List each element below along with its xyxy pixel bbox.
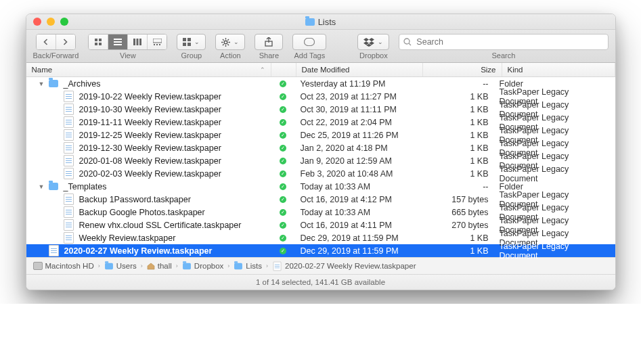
size-cell: 1 KB [421, 169, 494, 179]
action-label: Action [220, 51, 241, 60]
dropbox-group: ⌄ Dropbox [357, 34, 389, 60]
file-name: 2020-02-03 Weekly Review.taskpaper [79, 169, 221, 179]
file-row[interactable]: 2020-02-03 Weekly Review.taskpaperFeb 3,… [26, 167, 615, 180]
close-button[interactable] [33, 18, 41, 26]
date-cell: Oct 16, 2019 at 4:12 PM [295, 195, 421, 204]
sync-cell [271, 209, 295, 216]
svg-rect-10 [153, 39, 162, 43]
svg-rect-2 [95, 43, 97, 45]
dropbox-button[interactable]: ⌄ [357, 34, 389, 50]
view-list-button[interactable] [108, 35, 128, 49]
disclosure-triangle-icon[interactable]: ▼ [39, 183, 45, 190]
file-name: _Templates [64, 182, 107, 191]
svg-rect-8 [137, 39, 139, 45]
sync-ok-icon [280, 248, 286, 254]
status-bar: 1 of 14 selected, 141.41 GB available [26, 274, 615, 290]
sync-cell [271, 119, 295, 126]
sync-ok-icon [280, 93, 286, 100]
file-name: 2020-02-27 Weekly Review.taskpaper [64, 246, 213, 256]
column-header: Name ⌃ Date Modified Size Kind [26, 63, 615, 77]
view-columns-button[interactable] [128, 35, 148, 49]
sync-ok-icon [280, 81, 286, 87]
date-cell: Dec 25, 2019 at 11:26 PM [295, 131, 421, 140]
path-item[interactable]: 2020-02-27 Weekly Review.taskpaper [272, 260, 416, 272]
column-kind-label: Kind [508, 66, 523, 74]
kind-cell: TaskPaper Legacy Document [494, 242, 615, 260]
back-button[interactable] [37, 35, 56, 49]
disclosure-triangle-icon[interactable]: ▼ [39, 81, 45, 87]
file-name: Backup Google Photos.taskpaper [79, 208, 205, 217]
date-cell: Today at 10:33 AM [295, 182, 421, 191]
name-cell: Weekly Review.taskpaper [26, 232, 271, 244]
group-button[interactable]: ⌄ [177, 34, 206, 50]
document-icon [64, 219, 74, 231]
column-date[interactable]: Date Modified [296, 63, 423, 76]
name-cell: ▼_Archives [26, 79, 271, 89]
size-cell: -- [421, 79, 494, 89]
size-cell: 1 KB [421, 246, 494, 256]
view-icons-button[interactable] [89, 35, 108, 49]
size-cell: 1 KB [421, 143, 494, 153]
path-item[interactable]: Lists [234, 262, 262, 270]
tags-button[interactable] [292, 34, 326, 50]
gallery-icon [153, 39, 162, 45]
sync-ok-icon [280, 196, 286, 203]
share-button[interactable] [255, 34, 283, 50]
view-gallery-button[interactable] [148, 35, 167, 49]
path-label: 2020-02-27 Weekly Review.taskpaper [285, 262, 416, 270]
sync-ok-icon [280, 170, 286, 177]
name-cell: Backup 1Password.taskpaper [26, 194, 271, 205]
file-name: Renew vhx.cloud SSL Certificate.taskpape… [79, 221, 242, 230]
document-icon [64, 168, 74, 179]
forward-button[interactable] [56, 35, 75, 49]
grid-icon [94, 38, 102, 46]
document-icon [64, 91, 74, 102]
sync-cell [271, 235, 295, 242]
size-cell: 1 KB [421, 105, 494, 114]
column-sync[interactable] [271, 63, 296, 76]
svg-point-18 [225, 41, 228, 44]
titlebar: Lists [26, 14, 615, 30]
search-field[interactable] [399, 34, 608, 50]
sync-cell [271, 132, 295, 139]
column-size[interactable]: Size [423, 63, 502, 76]
sync-cell [271, 248, 295, 254]
sync-ok-icon [280, 183, 286, 190]
date-cell: Oct 16, 2019 at 4:11 PM [295, 221, 421, 230]
svg-rect-9 [139, 39, 141, 45]
name-cell: 2020-02-27 Weekly Review.taskpaper [26, 245, 271, 256]
path-item[interactable]: Dropbox [182, 262, 223, 270]
share-icon [265, 37, 273, 47]
chevron-down-icon: ⌄ [234, 39, 239, 45]
action-group: ⌄ Action [215, 34, 245, 60]
file-name: 2019-12-30 Weekly Review.taskpaper [79, 143, 221, 153]
search-input[interactable] [415, 37, 603, 47]
path-item[interactable]: Users [104, 262, 137, 270]
svg-rect-12 [156, 44, 158, 45]
name-cell: 2020-02-03 Weekly Review.taskpaper [26, 168, 271, 179]
folder-icon [234, 263, 242, 269]
chevron-right-icon [62, 39, 68, 45]
file-row[interactable]: 2020-02-27 Weekly Review.taskpaperDec 29… [26, 244, 615, 257]
folder-icon [49, 183, 58, 190]
document-icon [273, 261, 281, 271]
svg-rect-17 [187, 43, 191, 46]
tag-icon [304, 38, 315, 46]
action-button[interactable]: ⌄ [215, 34, 245, 50]
sync-cell [271, 106, 295, 113]
date-cell: Oct 30, 2019 at 11:11 PM [295, 105, 421, 114]
svg-rect-5 [114, 41, 122, 43]
tags-group: Add Tags [292, 34, 326, 60]
path-item[interactable]: Macintosh HD [33, 262, 94, 270]
minimize-button[interactable] [47, 18, 55, 26]
name-cell: 2019-10-22 Weekly Review.taskpaper [26, 91, 271, 102]
sync-ok-icon [280, 222, 286, 229]
path-separator-icon: › [141, 263, 143, 269]
path-label: Macintosh HD [45, 262, 94, 270]
column-kind[interactable]: Kind [502, 63, 615, 76]
zoom-button[interactable] [60, 18, 68, 26]
path-label: thall [158, 262, 172, 270]
column-name[interactable]: Name ⌃ [26, 63, 271, 76]
path-item[interactable]: thall [147, 262, 172, 270]
date-cell: Oct 23, 2019 at 11:27 PM [295, 92, 421, 101]
